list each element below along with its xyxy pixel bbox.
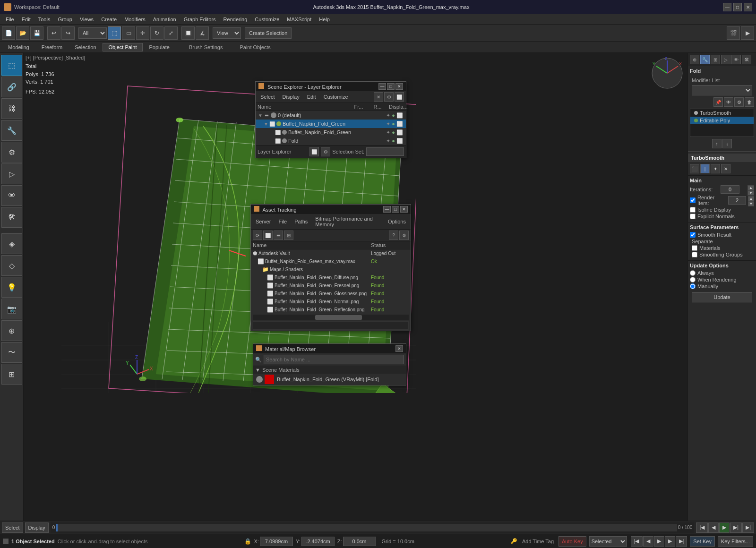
mb-search-input[interactable]	[264, 355, 404, 364]
ms-show-btn[interactable]: 👁	[724, 97, 733, 107]
render-btn[interactable]: ▶	[741, 26, 754, 40]
cameras-tool[interactable]: 📷	[1, 299, 22, 319]
bind-tool[interactable]: 🔧	[1, 120, 22, 141]
ts-icon4[interactable]: ✕	[721, 164, 730, 173]
spacewarps-tool[interactable]: 〜	[1, 342, 22, 363]
ts-icon1[interactable]: ⬛	[690, 164, 699, 173]
at-settings-btn[interactable]: ⚙	[399, 231, 409, 240]
menu-modifiers[interactable]: Modifiers	[120, 16, 149, 23]
rp-icon-motion[interactable]: ▷	[721, 55, 730, 64]
link-tool[interactable]: 🔗	[1, 77, 22, 97]
lights-tool[interactable]: 💡	[1, 277, 22, 298]
menu-create[interactable]: Create	[97, 16, 120, 23]
se-sort-btn[interactable]: ⬜	[395, 92, 404, 102]
pb-prev[interactable]: ◀	[643, 536, 653, 547]
at-menu-options[interactable]: Options	[385, 218, 409, 225]
mb-close[interactable]: ✕	[395, 345, 403, 352]
open-btn[interactable]: 📂	[16, 26, 29, 40]
se-footer-icon2[interactable]: ⚙	[321, 147, 330, 156]
at-menu-bitmap[interactable]: Bitmap Performance and Memory	[312, 215, 383, 228]
at-row-reflection[interactable]: ⬜ Buffet_Napkin_Fold_Green_Reflection.pn…	[251, 306, 411, 314]
at-close[interactable]: ✕	[400, 206, 408, 213]
reference-coord[interactable]: View	[213, 27, 241, 39]
display-tool[interactable]: 👁	[1, 185, 22, 206]
create-selection-button[interactable]: Create Selection	[245, 27, 292, 39]
ts-icon2[interactable]: |	[700, 164, 710, 173]
select-btn[interactable]: ⬚	[108, 26, 121, 40]
hierarchy-tool[interactable]: ⚙	[1, 142, 22, 163]
minimize-btn[interactable]: —	[723, 3, 731, 11]
sn-up-btn[interactable]: ↑	[712, 139, 722, 148]
x-value[interactable]: 7.0989cm	[260, 537, 293, 546]
at-menu-server[interactable]: Server	[253, 218, 274, 225]
mb-material-row[interactable]: Buffet_Napkin_Fold_Green (VRayMtl) [Fold…	[253, 374, 406, 385]
menu-maxscript[interactable]: MAXScript	[283, 16, 315, 23]
scene-explorer-close[interactable]: ✕	[395, 83, 403, 90]
at-track-btn[interactable]: ⬜	[263, 231, 273, 240]
menu-graph-editors[interactable]: Graph Editors	[180, 16, 220, 23]
y-value[interactable]: -2.4074cm	[301, 537, 335, 546]
go-end-btn[interactable]: ▶|	[742, 522, 754, 533]
se-row-napkin[interactable]: ▼ ⬜ Buffet_Napkin_Fold_Green ✦ ● ⬜	[256, 120, 406, 128]
shapes-tool[interactable]: ◇	[1, 255, 22, 276]
at-maximize[interactable]: □	[392, 206, 399, 213]
ms-delete-btn[interactable]: 🗑	[745, 97, 754, 107]
at-menu-file[interactable]: File	[275, 218, 290, 225]
ts-materials-check[interactable]	[692, 245, 697, 251]
ts-explicit-normals-check[interactable]	[690, 214, 696, 219]
ts-manually-radio[interactable]	[690, 283, 696, 289]
timeline-track[interactable]: 0 0 / 100	[51, 522, 695, 533]
se-selection-set-input[interactable]	[366, 147, 404, 156]
rp-icon-display[interactable]: 👁	[731, 55, 741, 64]
at-minimize[interactable]: —	[383, 206, 391, 213]
sn-down-btn[interactable]: ↓	[722, 139, 732, 148]
undo-btn[interactable]: ↩	[47, 26, 60, 40]
pb-end[interactable]: ▶|	[676, 536, 687, 547]
at-row-vault[interactable]: ⬟ Autodesk Vault Logged Out	[251, 249, 411, 257]
ms-editable-poly[interactable]: Editable Poly	[690, 117, 754, 124]
utility-tool[interactable]: 🛠	[1, 207, 22, 228]
selection-filter[interactable]: All	[78, 27, 107, 39]
menu-file[interactable]: File	[2, 16, 18, 23]
autokey-btn[interactable]: Auto Key	[558, 536, 586, 547]
close-btn[interactable]: ✕	[744, 3, 752, 11]
unlink-tool[interactable]: ⛓	[1, 98, 22, 119]
ts-iterations-spinner[interactable]: ▲ ▼	[747, 185, 754, 194]
redo-btn[interactable]: ↪	[61, 26, 75, 40]
rp-icon-utility[interactable]: 🛠	[742, 55, 751, 64]
scene-explorer-minimize[interactable]: —	[378, 83, 386, 90]
selected-dropdown[interactable]: Selected	[589, 536, 627, 547]
key-filters-btn[interactable]: Key Filters...	[718, 536, 753, 547]
ts-render-iters-check[interactable]	[690, 197, 696, 203]
ts-always-radio[interactable]	[690, 270, 696, 276]
menu-views[interactable]: Views	[76, 16, 97, 23]
se-row-napkin-mesh[interactable]: ⬜ Buffet_Napkin_Fold_Green ✦ ● ⬜	[256, 128, 406, 137]
modifier-dropdown[interactable]	[692, 85, 752, 95]
angle-snap-btn[interactable]: ∡	[196, 26, 209, 40]
menu-customize[interactable]: Customize	[251, 16, 283, 23]
select-display-btn[interactable]: Select	[2, 522, 23, 533]
at-scrollbar[interactable]	[253, 315, 409, 320]
timeline-bar[interactable]	[56, 524, 677, 531]
tab-selection[interactable]: Selection	[69, 43, 102, 51]
ms-pin-btn[interactable]: 📌	[713, 97, 723, 107]
at-row-maps-folder[interactable]: 📁 Maps / Shaders	[251, 265, 411, 274]
tab-freeform[interactable]: Freeform	[35, 43, 69, 51]
next-frame-btn[interactable]: ▶|	[730, 522, 742, 533]
z-value[interactable]: 0.0cm	[343, 537, 376, 546]
tab-populate[interactable]: Populate	[143, 43, 175, 51]
scale-btn[interactable]: ⤢	[164, 26, 178, 40]
at-details-btn[interactable]: ⊞	[284, 231, 293, 240]
ts-when-rendering-radio[interactable]	[690, 277, 696, 283]
se-row-fold[interactable]: ⬜ Fold ✦ ● ⬜	[256, 137, 406, 145]
prev-frame-btn[interactable]: ◀	[708, 522, 719, 533]
rotate-btn[interactable]: ↻	[150, 26, 163, 40]
geometry-tool[interactable]: ◈	[1, 233, 22, 254]
ts-smooth-result-check[interactable]	[690, 232, 696, 238]
ts-render-iters-value[interactable]: 2	[728, 196, 746, 205]
paint-objects-btn[interactable]: Paint Objects	[236, 43, 274, 51]
pb-start[interactable]: |◀	[631, 536, 643, 547]
ts-icon3[interactable]: ✦	[711, 164, 720, 173]
helpers-tool[interactable]: ⊕	[1, 320, 22, 341]
ts-update-btn[interactable]: Update	[692, 292, 752, 302]
